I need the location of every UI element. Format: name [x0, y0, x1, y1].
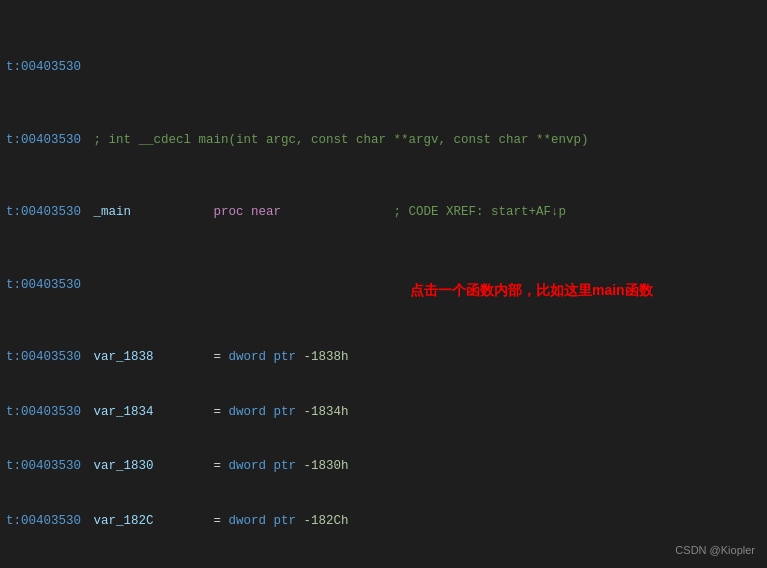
code-line: t:00403530 _main proc near ; CODE XREF: … — [6, 203, 761, 221]
code-line: t:00403530 — [6, 58, 761, 76]
code-line: t:00403530 var_1834 = dword ptr -1834h — [6, 403, 761, 421]
code-line: t:00403530 ; int __cdecl main(int argc, … — [6, 131, 761, 149]
watermark: CSDN @Kiopler — [675, 544, 755, 556]
code-line: t:00403530 var_1838 = dword ptr -1838h — [6, 348, 761, 366]
code-line: t:00403530 var_1830 = dword ptr -1830h — [6, 457, 761, 475]
annotation-text: 点击一个函数内部，比如这里main函数 — [410, 282, 653, 300]
code-line: t:00403530 var_182C = dword ptr -182Ch — [6, 512, 761, 530]
